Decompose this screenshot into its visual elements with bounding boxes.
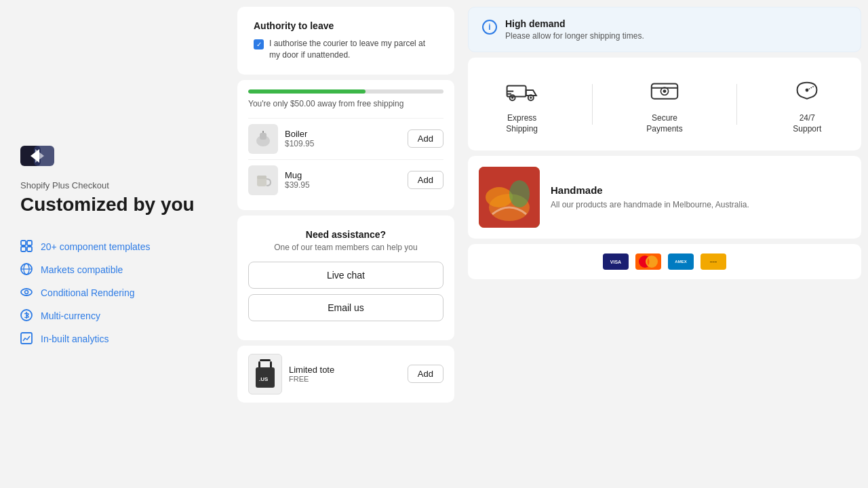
handmade-description: All our products are handmade in Melbour… [551,199,749,211]
visa-icon: VISA [603,253,629,270]
tote-badge: FREE [289,375,401,383]
authority-title: Authority to leave [254,20,438,31]
left-panel: Shopify Plus Checkout Customized by you … [0,0,231,488]
conditional-rendering-label: Conditional Rendering [41,287,135,298]
product-price-mug: $39.95 [285,180,401,190]
progress-text: You're only $50.00 away from free shippi… [248,99,443,108]
support-label: 24/7Support [793,113,821,134]
payments-card: VISA AMEX ~~~ [468,244,861,279]
assistance-title: Need assistance? [248,229,443,240]
product-name-mug: Mug [285,170,401,180]
assistance-subtitle: One of our team members can help you [248,243,443,252]
handmade-content: Handmade All our products are handmade i… [551,184,749,211]
in-built-analytics-icon [20,332,34,346]
progress-card: You're only $50.00 away from free shippi… [237,80,454,210]
multi-currency-icon [20,309,34,323]
svg-rect-4 [21,241,26,245]
brand-title: Customized by you [20,193,210,216]
markets-compatible-label: Markets compatible [41,264,123,275]
svg-rect-17 [260,133,267,140]
component-templates-icon [20,240,34,253]
high-demand-content: High demand Please allow for longer ship… [505,18,644,41]
feature-item-conditional-rendering: Conditional Rendering [20,286,210,300]
authority-checkbox[interactable]: ✓ [254,39,264,49]
high-demand-card: i High demand Please allow for longer sh… [468,7,861,52]
svg-rect-21 [260,359,271,361]
feature-item-component-templates: 20+ component templates [20,240,210,253]
logo [20,142,210,180]
feature-item-in-built-analytics: In-built analytics [20,332,210,346]
product-row-mug: Mug $39.95 Add [248,159,443,201]
authority-label: I authorise the courier to leave my parc… [269,38,438,61]
support-icon [791,74,823,106]
conditional-rendering-icon [20,286,34,300]
divider-1 [592,84,593,125]
amex-icon: AMEX [668,253,694,270]
add-boiler-button[interactable]: Add [408,129,443,148]
svg-point-38 [806,89,809,92]
features-card: ExpressShipping SecurePayments [468,58,861,150]
svg-rect-15 [21,333,32,344]
handmade-image [479,167,540,228]
express-shipping-label: ExpressShipping [506,113,538,134]
mastercard-icon [635,253,661,270]
checkbox-row: ✓ I authorise the courier to leave my pa… [254,38,438,61]
product-info-mug: Mug $39.95 [285,170,401,190]
product-img-mug [248,165,278,195]
tote-row: .US Limited tote FREE Add [248,354,443,394]
assistance-card: Need assistance? One of our team members… [237,216,454,340]
live-chat-button[interactable]: Live chat [248,262,443,289]
feature-list: 20+ component templatesMarkets compatibl… [20,240,210,346]
component-templates-label: 20+ component templates [41,241,151,252]
handmade-title: Handmade [551,184,749,196]
product-img-boiler [248,124,278,154]
feature-secure-payments: SecurePayments [646,74,682,134]
tote-info: Limited tote FREE [289,365,401,383]
tote-card: .US Limited tote FREE Add [237,346,454,403]
in-built-analytics-label: In-built analytics [41,333,108,344]
product-info-boiler: Boiler $109.95 [285,129,401,148]
tote-image: .US [248,354,282,394]
info-icon: i [482,20,497,35]
product-name-boiler: Boiler [285,129,401,139]
brand-subtitle: Shopify Plus Checkout [20,180,210,190]
feature-support: 24/7Support [791,74,823,134]
svg-point-11 [21,289,32,296]
authority-card: Authority to leave ✓ I authorise the cou… [237,7,454,75]
svg-text:.US: .US [259,376,269,382]
svg-rect-5 [27,241,32,245]
svg-rect-20 [257,176,267,179]
add-tote-button[interactable]: Add [408,365,443,383]
svg-point-35 [663,89,667,93]
divider-2 [736,84,737,125]
feature-item-markets-compatible: Markets compatible [20,263,210,277]
svg-point-12 [25,291,28,294]
add-mug-button[interactable]: Add [408,171,443,189]
product-row-boiler: Boiler $109.95 Add [248,118,443,159]
svg-point-42 [509,180,530,207]
high-demand-title: High demand [505,18,644,29]
progress-bar [248,89,443,94]
markets-compatible-icon [20,263,34,277]
svg-point-41 [486,187,513,207]
multi-currency-label: Multi-currency [41,310,100,321]
secure-payments-label: SecurePayments [646,113,682,134]
secure-payments-icon [648,74,681,106]
svg-point-30 [530,97,532,99]
feature-item-multi-currency: Multi-currency [20,309,210,323]
right-panel: i High demand Please allow for longer sh… [461,0,868,488]
express-shipping-icon [506,74,538,106]
other-payment-icon: ~~~ [701,253,726,270]
middle-panel: Authority to leave ✓ I authorise the cou… [231,0,461,488]
progress-fill [248,89,366,94]
feature-express-shipping: ExpressShipping [506,74,538,134]
high-demand-subtitle: Please allow for longer shipping times. [505,31,644,41]
svg-point-28 [511,97,513,99]
product-price-boiler: $109.95 [285,139,401,148]
svg-rect-6 [21,247,26,251]
svg-rect-7 [27,247,32,251]
handmade-card: Handmade All our products are handmade i… [468,156,861,239]
email-us-button[interactable]: Email us [248,294,443,321]
tote-name: Limited tote [289,365,401,375]
